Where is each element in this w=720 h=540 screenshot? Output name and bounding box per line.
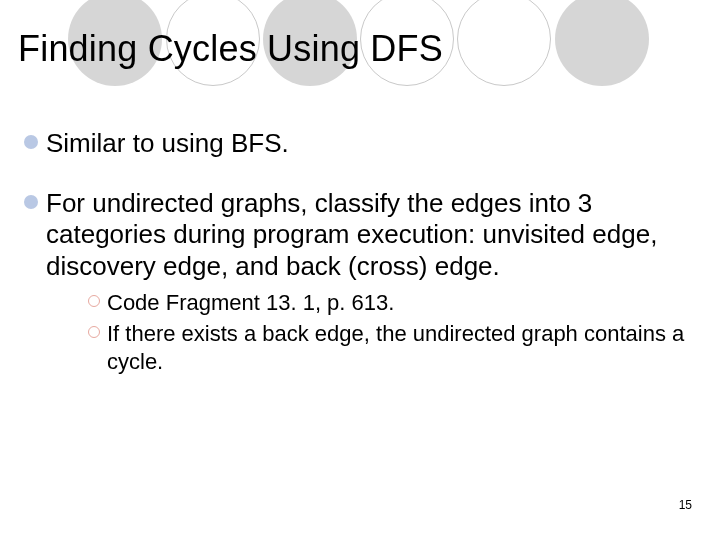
- slide-title: Finding Cycles Using DFS: [18, 28, 443, 70]
- bullet-text: For undirected graphs, classify the edge…: [46, 188, 690, 283]
- bullet-ring-icon: [88, 295, 100, 307]
- sub-bullet-text: Code Fragment 13. 1, p. 613.: [107, 289, 394, 317]
- slide-body: Similar to using BFS. For undirected gra…: [24, 128, 690, 407]
- bg-circle-filled-3: [555, 0, 649, 86]
- sub-bullet-item: Code Fragment 13. 1, p. 613.: [88, 289, 690, 317]
- bullet-disc-icon: [24, 135, 38, 149]
- bullet-text: Similar to using BFS.: [46, 128, 289, 160]
- bullet-item: For undirected graphs, classify the edge…: [24, 188, 690, 380]
- page-number: 15: [679, 498, 692, 512]
- sub-bullet-text: If there exists a back edge, the undirec…: [107, 320, 690, 375]
- bullet-item: Similar to using BFS.: [24, 128, 690, 160]
- bg-circle-ring-3: [457, 0, 551, 86]
- bullet-ring-icon: [88, 326, 100, 338]
- bullet-disc-icon: [24, 195, 38, 209]
- slide: Finding Cycles Using DFS Similar to usin…: [0, 0, 720, 540]
- sub-bullet-list: Code Fragment 13. 1, p. 613. If there ex…: [88, 289, 690, 376]
- sub-bullet-item: If there exists a back edge, the undirec…: [88, 320, 690, 375]
